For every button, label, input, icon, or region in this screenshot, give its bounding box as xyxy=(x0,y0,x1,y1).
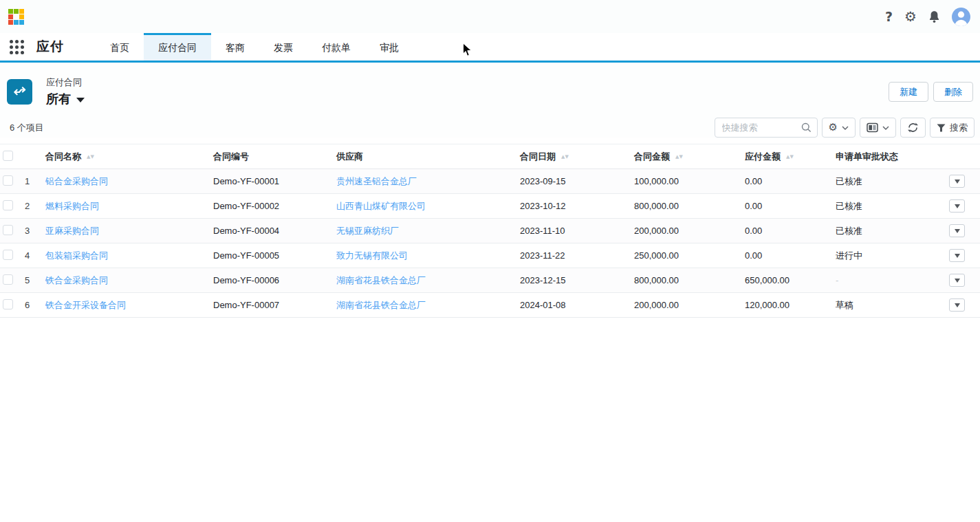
tab-home[interactable]: 首页 xyxy=(96,33,144,61)
list-settings-dropdown-button[interactable]: ⚙ xyxy=(822,118,856,138)
supplier-link[interactable]: 无锡亚麻纺织厂 xyxy=(336,226,399,236)
page-header: 应付合同 所有 新建 删除 xyxy=(0,63,980,111)
payable-amount-cell: 120,000.00 xyxy=(745,293,836,318)
settings-gear-icon[interactable]: ⚙ xyxy=(904,10,917,23)
column-header-contract-name[interactable]: 合同名称▲▼ xyxy=(45,144,213,169)
row-actions-dropdown-button[interactable] xyxy=(949,199,965,213)
row-checkbox[interactable] xyxy=(3,225,13,235)
column-header-payable-amount[interactable]: 应付金额▲▼ xyxy=(745,144,836,169)
payable-amount-cell: 0.00 xyxy=(745,169,836,194)
search-icon xyxy=(801,122,812,133)
contract-amount-cell: 800,000.00 xyxy=(634,194,745,219)
contract-name-link[interactable]: 铝合金采购合同 xyxy=(45,176,108,186)
column-header-contract-date[interactable]: 合同日期▲▼ xyxy=(520,144,634,169)
contract-date-cell: 2023-12-15 xyxy=(520,268,634,293)
table-row[interactable]: 3 亚麻采购合同 Demo-YF-00004 无锡亚麻纺织厂 2023-11-1… xyxy=(0,219,980,243)
row-actions-dropdown-button[interactable] xyxy=(949,298,965,312)
triangle-down-icon xyxy=(955,204,960,208)
contract-amount-cell: 250,000.00 xyxy=(634,243,745,268)
approval-status-cell: 已核准 xyxy=(836,219,949,243)
table-columns-icon xyxy=(867,122,878,133)
contract-amount-cell: 800,000.00 xyxy=(634,268,745,293)
quick-search-input[interactable] xyxy=(722,122,801,133)
refresh-button[interactable] xyxy=(900,118,926,138)
contract-date-cell: 2023-11-10 xyxy=(520,219,634,243)
supplier-link[interactable]: 贵州速圣铝合金总厂 xyxy=(336,176,417,186)
contract-name-link[interactable]: 燃料采购合同 xyxy=(45,201,99,211)
view-name: 所有 xyxy=(46,91,71,107)
tab-payment-orders[interactable]: 付款单 xyxy=(307,33,365,61)
row-checkbox[interactable] xyxy=(3,200,13,210)
list-view-selector[interactable]: 所有 xyxy=(46,91,85,107)
contract-amount-cell: 100,000.00 xyxy=(634,169,745,194)
help-icon[interactable]: ? xyxy=(885,9,893,24)
row-checkbox[interactable] xyxy=(3,250,13,260)
user-avatar[interactable] xyxy=(952,8,970,26)
table-body: 1 铝合金采购合同 Demo-YF-00001 贵州速圣铝合金总厂 2023-0… xyxy=(0,169,980,318)
gear-icon: ⚙ xyxy=(829,122,838,133)
contract-name-link[interactable]: 铁合金开采设备合同 xyxy=(45,300,126,310)
row-number-header xyxy=(19,144,45,169)
row-number: 6 xyxy=(19,293,45,318)
display-columns-dropdown-button[interactable] xyxy=(860,118,896,138)
sort-icon[interactable]: ▲▼ xyxy=(786,155,794,159)
column-header-contract-code[interactable]: 合同编号 xyxy=(213,144,336,169)
table-row[interactable]: 4 包装箱采购合同 Demo-YF-00005 致力无锡有限公司 2023-11… xyxy=(0,243,980,268)
delete-button[interactable]: 删除 xyxy=(933,82,973,102)
payable-amount-cell: 650,000.00 xyxy=(745,268,836,293)
filter-search-button[interactable]: 搜索 xyxy=(930,118,974,138)
approval-status-cell: 进行中 xyxy=(836,243,949,268)
table-row[interactable]: 1 铝合金采购合同 Demo-YF-00001 贵州速圣铝合金总厂 2023-0… xyxy=(0,169,980,194)
row-checkbox[interactable] xyxy=(3,274,13,285)
row-actions-dropdown-button[interactable] xyxy=(949,224,965,237)
contract-date-cell: 2023-10-12 xyxy=(520,194,634,219)
table-row[interactable]: 5 铁合金采购合同 Demo-YF-00006 湖南省花县铁合金总厂 2023-… xyxy=(0,268,980,293)
triangle-down-icon xyxy=(955,303,960,307)
app-launcher-waffle-icon[interactable] xyxy=(10,40,24,54)
contract-name-link[interactable]: 包装箱采购合同 xyxy=(45,250,108,261)
contracts-table: 合同名称▲▼ 合同编号 供应商 合同日期▲▼ 合同金额▲▼ 应付金额▲▼ 申请单… xyxy=(0,144,980,318)
contract-date-cell: 2024-01-08 xyxy=(520,293,634,318)
row-number: 2 xyxy=(19,194,45,219)
approval-status-cell: - xyxy=(836,268,949,293)
supplier-link[interactable]: 山西青山煤矿有限公司 xyxy=(336,201,426,211)
tab-approvals[interactable]: 审批 xyxy=(365,33,413,61)
sort-icon[interactable]: ▲▼ xyxy=(561,155,569,159)
contract-name-link[interactable]: 亚麻采购合同 xyxy=(45,226,99,236)
new-button[interactable]: 新建 xyxy=(889,82,928,102)
supplier-link[interactable]: 致力无锡有限公司 xyxy=(336,250,408,261)
triangle-down-icon xyxy=(955,229,960,233)
select-all-checkbox[interactable] xyxy=(3,151,13,161)
table-row[interactable]: 6 铁合金开采设备合同 Demo-YF-00007 湖南省花县铁合金总厂 202… xyxy=(0,293,980,318)
triangle-down-icon xyxy=(955,254,960,258)
contract-name-link[interactable]: 铁合金采购合同 xyxy=(45,275,108,285)
table-header-row: 合同名称▲▼ 合同编号 供应商 合同日期▲▼ 合同金额▲▼ 应付金额▲▼ 申请单… xyxy=(0,144,980,169)
row-actions-dropdown-button[interactable] xyxy=(949,175,965,188)
row-actions-dropdown-button[interactable] xyxy=(949,274,965,287)
tab-vendors[interactable]: 客商 xyxy=(211,33,259,61)
payable-contract-object-icon xyxy=(7,79,32,105)
company-logo xyxy=(8,9,24,25)
contract-code-cell: Demo-YF-00004 xyxy=(213,219,336,243)
filter-funnel-icon xyxy=(937,124,946,132)
tab-invoices[interactable]: 发票 xyxy=(259,33,307,61)
entity-label: 应付合同 xyxy=(46,76,85,89)
column-header-supplier[interactable]: 供应商 xyxy=(336,144,520,169)
item-count: 6 个项目 xyxy=(10,122,44,134)
sort-icon[interactable]: ▲▼ xyxy=(87,155,94,159)
row-checkbox[interactable] xyxy=(3,299,13,309)
supplier-link[interactable]: 湖南省花县铁合金总厂 xyxy=(336,300,426,310)
action-column-header xyxy=(949,144,980,169)
approval-status-cell: 草稿 xyxy=(836,293,949,318)
approval-status-cell: 已核准 xyxy=(836,194,949,219)
tab-payable-contracts[interactable]: 应付合同 xyxy=(144,33,211,61)
notifications-bell-icon[interactable] xyxy=(928,10,940,23)
sort-icon[interactable]: ▲▼ xyxy=(675,155,683,159)
row-actions-dropdown-button[interactable] xyxy=(949,249,965,262)
column-header-contract-amount[interactable]: 合同金额▲▼ xyxy=(634,144,745,169)
table-row[interactable]: 2 燃料采购合同 Demo-YF-00002 山西青山煤矿有限公司 2023-1… xyxy=(0,194,980,219)
supplier-link[interactable]: 湖南省花县铁合金总厂 xyxy=(336,275,426,285)
row-checkbox[interactable] xyxy=(3,175,13,186)
filter-button-label: 搜索 xyxy=(950,122,968,134)
column-header-approval-status[interactable]: 申请单审批状态 xyxy=(836,144,949,169)
